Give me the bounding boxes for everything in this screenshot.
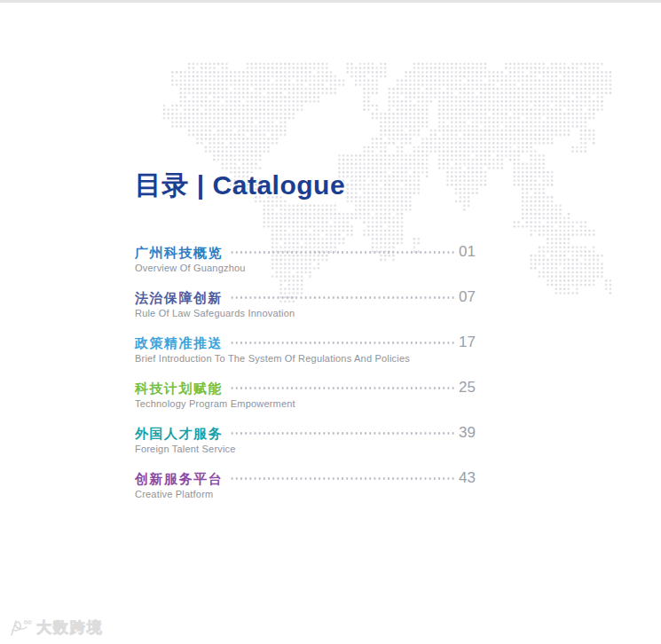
toc-item-heading: 广州科技概览 01 — [135, 244, 476, 260]
toc-item-title-en: Overview Of Guangzhou — [135, 263, 476, 274]
page-title: 目录 | Catalogue — [135, 170, 476, 200]
toc-item[interactable]: 法治保障创新 07 Rule Of Law Safeguards Innovat… — [135, 289, 476, 319]
toc-item-title-en: Foreign Talent Service — [135, 444, 476, 455]
toc-item-page-number: 39 — [459, 425, 476, 441]
toc-item[interactable]: 广州科技概览 01 Overview Of Guangzhou — [135, 244, 476, 274]
toc-item-title-en: Rule Of Law Safeguards Innovation — [135, 308, 476, 319]
brand-logo-icon — [8, 618, 33, 638]
top-border-strip — [0, 0, 661, 3]
toc-item-page-number: 25 — [459, 380, 476, 396]
toc-item-page-number: 17 — [459, 334, 476, 350]
toc-item[interactable]: 科技计划赋能 25 Technology Program Empowerment — [135, 380, 476, 410]
catalogue-list: 广州科技概览 01 Overview Of Guangzhou 法治保障创新 0… — [135, 244, 476, 500]
toc-item-title-zh: 创新服务平台 — [135, 471, 223, 486]
toc-item-heading: 法治保障创新 07 — [135, 289, 476, 305]
toc-item-title-zh: 广州科技概览 — [135, 245, 223, 260]
dotted-leader — [230, 387, 454, 389]
watermark-text: 大数跨境 — [36, 617, 104, 638]
toc-item-title-en: Creative Platform — [135, 489, 476, 500]
watermark: 大数跨境 — [8, 617, 104, 638]
toc-item-title-zh: 法治保障创新 — [135, 290, 223, 305]
toc-item-title-zh: 科技计划赋能 — [135, 381, 223, 396]
dotted-leader — [230, 296, 454, 299]
toc-item-title-zh: 政策精准推送 — [135, 335, 223, 350]
toc-item-title-zh: 外国人才服务 — [135, 426, 223, 441]
toc-item-heading: 创新服务平台 43 — [135, 470, 476, 486]
toc-item-heading: 外国人才服务 39 — [135, 425, 476, 441]
toc-item-page-number: 07 — [459, 289, 476, 305]
dotted-leader — [230, 251, 454, 254]
toc-item-page-number: 43 — [459, 470, 476, 486]
toc-item-heading: 政策精准推送 17 — [135, 334, 476, 350]
toc-item-heading: 科技计划赋能 25 — [135, 380, 476, 396]
dotted-leader — [230, 342, 454, 344]
toc-item-page-number: 01 — [459, 244, 476, 260]
dotted-leader — [230, 432, 454, 435]
catalogue-page: 目录 | Catalogue 广州科技概览 01 Overview Of Gua… — [135, 170, 476, 515]
toc-item[interactable]: 政策精准推送 17 Brief Introduction To The Syst… — [135, 334, 476, 365]
dotted-leader — [230, 477, 454, 480]
toc-item[interactable]: 外国人才服务 39 Foreign Talent Service — [135, 425, 476, 455]
toc-item-title-en: Brief Introduction To The System Of Regu… — [135, 353, 476, 365]
toc-item-title-en: Technology Program Empowerment — [135, 398, 476, 410]
toc-item[interactable]: 创新服务平台 43 Creative Platform — [135, 470, 476, 500]
